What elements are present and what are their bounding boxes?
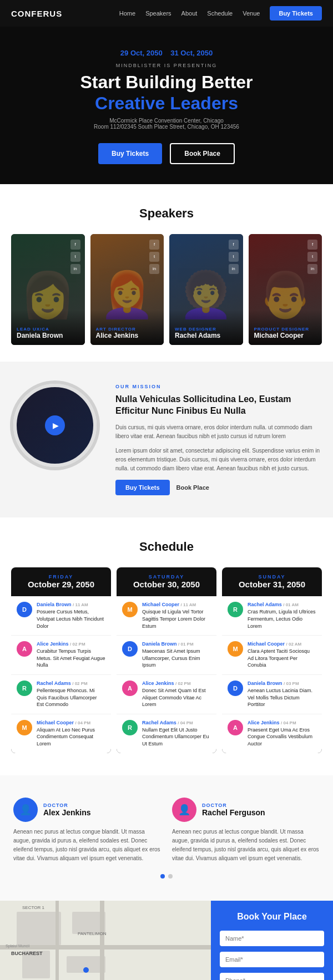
- schedule-day-1: SATURDAY October 30, 2050 M Michael Coop…: [117, 567, 216, 753]
- sched-avatar-2-3: A: [228, 720, 243, 735]
- mission-text-1: Duis cursus, mi quis viverra ornare, ero…: [115, 423, 320, 441]
- sched-name-2-1: Michael Cooper / 02 AM: [248, 641, 316, 647]
- nav-about[interactable]: About: [181, 10, 198, 17]
- sched-info-2-0: Rachel Adams / 01 AM Cras Rutrum, Ligula…: [248, 602, 316, 629]
- schedule-item-2-0[interactable]: R Rachel Adams / 01 AM Cras Rutrum, Ligu…: [222, 596, 322, 636]
- speaker-card-0[interactable]: 👩 f t in LEAD UX/CA Daniela Brown: [11, 234, 85, 345]
- sched-avatar-0-1: A: [17, 641, 32, 657]
- schedule-day-2: SUNDAY October 31, 2050 R Rachel Adams /…: [222, 567, 322, 753]
- nav-venue[interactable]: Venue: [243, 10, 260, 17]
- hero-venue-name: McCormick Place Convention Center, Chica…: [109, 118, 224, 124]
- sched-time-0-0: / 11 AM: [73, 602, 88, 607]
- sched-time-0-3: / 04 PM: [75, 720, 91, 725]
- schedule-day-label-0: FRIDAY: [19, 574, 103, 580]
- sched-name-0-3: Michael Cooper / 04 PM: [37, 720, 105, 725]
- test-avatar-0: 👤: [13, 798, 38, 822]
- map-label-road1: Splaiul Muncii: [6, 944, 29, 948]
- sched-title-1-2: Donec Sit Amet Quam Id Est Aliquet Commo…: [142, 687, 211, 708]
- dot-2[interactable]: [168, 874, 173, 879]
- schedule-item-2-3[interactable]: A Alice Jenkins / 04 PM Praesent Eget Um…: [222, 714, 322, 753]
- twitter-icon-2[interactable]: f: [229, 240, 239, 250]
- linkedin-icon-0[interactable]: in: [70, 264, 80, 274]
- sched-title-2-1: Clara Aptent Taciti Sociosqu Ad Litora T…: [248, 648, 316, 669]
- hero-book-place-button[interactable]: Book Place: [170, 143, 235, 164]
- mission-book-button[interactable]: Book Place: [176, 484, 209, 491]
- schedule-items-0: D Daniela Brown / 11 AM Posuere Cursus M…: [11, 596, 111, 753]
- schedule-day-header-1: SATURDAY October 30, 2050: [117, 567, 216, 596]
- booking-panel: Book Your Place One day - 50 USD Book Pl…: [211, 901, 333, 981]
- schedule-item-2-1[interactable]: M Michael Cooper / 02 AM Clara Aptent Ta…: [222, 636, 322, 675]
- speakers-title: Speakers: [11, 206, 322, 221]
- sched-info-2-2: Daniela Brown / 03 PM Aenean Luctus Laci…: [248, 681, 316, 708]
- hero-date-end-text: 31 Oct,: [170, 49, 194, 57]
- hero-title-line1: Start Building Better: [80, 72, 253, 92]
- booking-email-input[interactable]: [220, 952, 324, 967]
- sched-title-2-0: Cras Rutrum, Ligula Id Ultrices Fermentu…: [248, 608, 316, 629]
- sched-avatar-2-2: D: [228, 681, 243, 696]
- linkedin-icon-2[interactable]: in: [229, 264, 239, 274]
- speaker-card-1[interactable]: 👩‍🦰 f t in ART DIRECTOR Alice Jenkins: [90, 234, 164, 345]
- speaker-card-2[interactable]: 👩‍🦱 f t in WEB DESIGNER Rachel Adams: [169, 234, 243, 345]
- sched-time-0-1: / 02 PM: [70, 642, 85, 647]
- facebook-icon-1[interactable]: t: [149, 252, 159, 262]
- dot-1[interactable]: [160, 874, 165, 879]
- test-text-1: Aenean nec purus at lectus congue blandi…: [172, 827, 320, 863]
- schedule-item-1-0[interactable]: M Michael Cooper / 11 AM Quisque Id Ligu…: [117, 596, 216, 636]
- speakers-section: Speakers 👩 f t in LEAD UX/CA Daniela Bro…: [0, 184, 333, 362]
- speaker-card-3[interactable]: 👨 f t in PRODUCT DESIGNER Michael Cooper: [249, 234, 322, 345]
- sched-info-1-0: Michael Cooper / 11 AM Quisque Id Ligula…: [142, 602, 211, 629]
- hero-venue-address: Room 112/02345 South Place Street, Chica…: [94, 124, 239, 130]
- schedule-day-label-1: SATURDAY: [124, 574, 209, 580]
- twitter-icon-3[interactable]: f: [307, 240, 317, 250]
- schedule-item-2-2[interactable]: D Daniela Brown / 03 PM Aenean Luctus La…: [222, 675, 322, 714]
- sched-name-1-1: Daniela Brown / 01 PM: [142, 641, 211, 647]
- brand-logo[interactable]: CONFERUS: [11, 9, 62, 18]
- hero-buy-tickets-button[interactable]: Buy Tickets: [98, 143, 162, 164]
- map-area: SECTOR 1 PANTELIMON BUCHAREST SECTOR 3 S…: [0, 901, 211, 981]
- schedule-item-0-2[interactable]: R Rachel Adams / 02 PM Pellentesque Rhon…: [11, 675, 111, 714]
- linkedin-icon-3[interactable]: in: [307, 264, 317, 274]
- sched-name-0-2: Rachel Adams / 02 PM: [37, 681, 105, 686]
- mission-video-circle: [13, 384, 97, 467]
- hero-dates: 29 Oct, 2050 31 Oct, 2050: [11, 49, 322, 57]
- nav-speakers[interactable]: Speakers: [145, 10, 171, 17]
- nav-schedule[interactable]: Schedule: [207, 10, 233, 17]
- play-button[interactable]: [45, 415, 65, 435]
- schedule-section: Schedule FRIDAY October 29, 2050 D Danie…: [0, 517, 333, 775]
- speaker-name-0: Daniela Brown: [17, 332, 79, 339]
- sched-info-1-1: Daniela Brown / 01 PM Maecenas Sit Amet …: [142, 641, 211, 669]
- mission-label: OUR MISSION: [115, 384, 320, 389]
- mission-section: OUR MISSION Nulla Vehiculas Sollicitudin…: [0, 362, 333, 518]
- sched-info-0-0: Daniela Brown / 11 AM Posuere Cursus Met…: [37, 602, 105, 629]
- booking-name-input[interactable]: [220, 931, 324, 946]
- facebook-icon-0[interactable]: t: [70, 252, 80, 262]
- schedule-item-1-3[interactable]: R Rachel Adams / 04 PM Nullam Eget Elit …: [117, 714, 216, 753]
- sched-info-0-3: Michael Cooper / 04 PM Aliquam At Leo Ne…: [37, 720, 105, 748]
- speaker-name-1: Alice Jenkins: [96, 332, 159, 339]
- schedule-item-1-2[interactable]: A Alice Jenkins / 02 PM Donec Sit Amet Q…: [117, 675, 216, 714]
- facebook-icon-2[interactable]: t: [229, 252, 239, 262]
- nav-buy-tickets-button[interactable]: Buy Tickets: [270, 6, 322, 21]
- mission-buy-button[interactable]: Buy Tickets: [115, 480, 170, 495]
- sched-title-0-0: Posuere Cursus Metus, Volutpat Lectus Ni…: [37, 608, 105, 629]
- sched-name-2-2: Daniela Brown / 03 PM: [248, 681, 316, 686]
- booking-phone-input[interactable]: [220, 973, 324, 981]
- mission-content: OUR MISSION Nulla Vehiculas Sollicitudin…: [115, 384, 320, 496]
- schedule-title: Schedule: [11, 540, 322, 554]
- mission-video-wrap: [13, 384, 102, 467]
- schedule-item-1-1[interactable]: D Daniela Brown / 01 PM Maecenas Sit Ame…: [117, 636, 216, 675]
- schedule-item-0-0[interactable]: D Daniela Brown / 11 AM Posuere Cursus M…: [11, 596, 111, 636]
- nav-links: Home Speakers About Schedule Venue Buy T…: [119, 6, 322, 21]
- schedule-item-0-1[interactable]: A Alice Jenkins / 02 PM Curabitur Tempus…: [11, 636, 111, 675]
- twitter-icon-0[interactable]: f: [70, 240, 80, 250]
- sched-avatar-0-2: R: [17, 681, 32, 696]
- twitter-icon-1[interactable]: f: [149, 240, 159, 250]
- map-label-pantelimon: PANTELIMON: [78, 931, 106, 936]
- facebook-icon-3[interactable]: t: [307, 252, 317, 262]
- schedule-item-0-3[interactable]: M Michael Cooper / 04 PM Aliquam At Leo …: [11, 714, 111, 753]
- linkedin-icon-1[interactable]: in: [149, 264, 159, 274]
- mission-title: Nulla Vehiculas Sollicitudina Leo, Eusta…: [115, 394, 320, 417]
- sched-title-0-3: Aliquam At Leo Nec Purus Condimentum Con…: [37, 727, 105, 748]
- nav-home[interactable]: Home: [119, 10, 135, 17]
- hero-title: Start Building Better Creative Leaders: [11, 72, 322, 114]
